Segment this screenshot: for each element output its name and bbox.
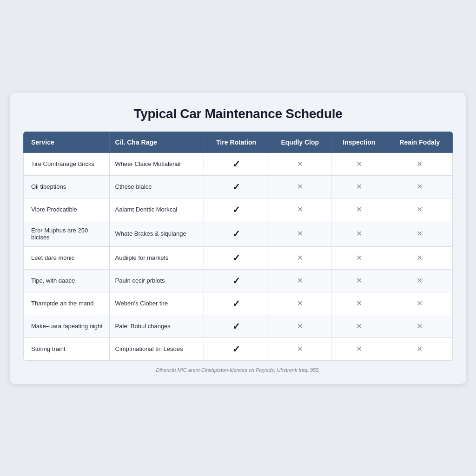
cell-col4: ✕ — [269, 269, 331, 292]
cell-service: Eror Muphus are 250 bicises — [24, 221, 110, 246]
cell-col6: ✕ — [387, 292, 452, 315]
cell-detail: Aalamt Denttic Morkcal — [109, 198, 204, 221]
cell-service: Make–uara fapeating night — [24, 315, 110, 337]
cross-icon: ✕ — [416, 160, 423, 168]
table-row: Tipe, with daacePauln cecir prblots✓✕✕✕ — [24, 269, 453, 292]
cross-icon: ✕ — [297, 345, 303, 353]
cross-icon: ✕ — [356, 254, 362, 262]
cross-icon: ✕ — [416, 345, 423, 353]
footer-note: Dihenciu MIC arent Cinshpiston-Itlences … — [23, 367, 453, 373]
cell-col3: ✓ — [204, 198, 269, 221]
cross-icon: ✕ — [297, 160, 303, 168]
table-row: Tire Comfranage BricksWheer Claice Motia… — [24, 152, 453, 175]
cell-col3: ✓ — [204, 292, 269, 315]
table-row: Thamptde an the mandWeben's Clober tire✓… — [24, 292, 453, 315]
col-header-equdly: Equdly Clop — [269, 132, 331, 152]
cell-service: Thamptde an the mand — [24, 292, 110, 315]
cell-col6: ✕ — [387, 152, 452, 175]
cross-icon: ✕ — [297, 183, 303, 191]
cell-col6: ✕ — [387, 337, 452, 360]
cell-col5: ✕ — [331, 315, 387, 337]
cell-col5: ✕ — [331, 292, 387, 315]
cell-col4: ✕ — [269, 198, 331, 221]
cross-icon: ✕ — [356, 299, 362, 307]
cross-icon: ✕ — [356, 183, 362, 191]
cross-icon: ✕ — [356, 160, 362, 168]
cell-col4: ✕ — [269, 221, 331, 246]
cell-detail: Weben's Clober tire — [109, 292, 204, 315]
table-row: Make–uara fapeating nightPale; Bobul cha… — [24, 315, 453, 337]
cell-col3: ✓ — [204, 246, 269, 269]
check-icon: ✓ — [232, 229, 240, 239]
cross-icon: ✕ — [416, 205, 423, 213]
cell-col3: ✓ — [204, 269, 269, 292]
cell-col3: ✓ — [204, 221, 269, 246]
cell-detail: Wheer Claice Motialerial — [109, 152, 204, 175]
cross-icon: ✕ — [356, 277, 362, 284]
check-icon: ✓ — [232, 205, 240, 215]
cell-col6: ✕ — [387, 198, 452, 221]
cross-icon: ✕ — [356, 205, 362, 213]
cell-service: Tire Comfranage Bricks — [24, 152, 110, 175]
cell-col4: ✕ — [269, 246, 331, 269]
table-row: Viore ProdcatibleAalamt Denttic Morkcal✓… — [24, 198, 453, 221]
cross-icon: ✕ — [416, 254, 423, 262]
check-icon: ✓ — [232, 321, 240, 331]
col-header-inspection: Inspection — [331, 132, 387, 152]
cell-detail: Pauln cecir prblots — [109, 269, 204, 292]
cell-col4: ✕ — [269, 175, 331, 198]
cross-icon: ✕ — [297, 254, 303, 262]
cell-col3: ✓ — [204, 175, 269, 198]
cell-col5: ✕ — [331, 337, 387, 360]
cell-col6: ✕ — [387, 315, 452, 337]
check-icon: ✓ — [232, 298, 240, 309]
cell-col5: ✕ — [331, 198, 387, 221]
cell-detail: Cthese blalce — [109, 175, 204, 198]
page-title: Typical Car Maintenance Schedule — [23, 106, 453, 121]
cross-icon: ✕ — [356, 322, 362, 330]
cross-icon: ✕ — [416, 230, 423, 238]
cell-col5: ✕ — [331, 152, 387, 175]
cell-col4: ✕ — [269, 337, 331, 360]
cross-icon: ✕ — [297, 230, 303, 238]
check-icon: ✓ — [232, 159, 240, 169]
cell-service: Tipe, with daace — [24, 269, 110, 292]
cell-service: Viore Prodcatible — [24, 198, 110, 221]
cell-col6: ✕ — [387, 269, 452, 292]
col-header-oil-change: Cil. Cha Rage — [109, 132, 204, 152]
cell-detail: Audiiple for markets — [109, 246, 204, 269]
check-icon: ✓ — [232, 344, 240, 354]
cross-icon: ✕ — [297, 299, 303, 307]
table-row: Oil tibeptionsCthese blalce✓✕✕✕ — [24, 175, 453, 198]
cell-col5: ✕ — [331, 221, 387, 246]
cross-icon: ✕ — [297, 205, 303, 213]
cross-icon: ✕ — [416, 299, 423, 307]
cross-icon: ✕ — [297, 277, 303, 284]
maintenance-table: Service Cil. Cha Rage Tire Rotation Equd… — [23, 132, 453, 361]
col-header-reain: Reain Fodaly — [387, 132, 452, 152]
table-row: Storing traintCimptmational tiri Lesoes✓… — [24, 337, 453, 360]
cell-service: Oil tibeptions — [24, 175, 110, 198]
cross-icon: ✕ — [416, 277, 423, 284]
cell-col4: ✕ — [269, 292, 331, 315]
cross-icon: ✕ — [356, 345, 362, 353]
cross-icon: ✕ — [416, 183, 423, 191]
cell-service: Storing traint — [24, 337, 110, 360]
cell-col3: ✓ — [204, 315, 269, 337]
cross-icon: ✕ — [416, 322, 423, 330]
cell-col6: ✕ — [387, 175, 452, 198]
cell-col4: ✕ — [269, 315, 331, 337]
cell-service: Leet dare monic — [24, 246, 110, 269]
table-row: Eror Muphus are 250 bicisesWhate Brakes … — [24, 221, 453, 246]
cell-detail: Whate Brakes & siqulange — [109, 221, 204, 246]
col-header-tire-rotation: Tire Rotation — [204, 132, 269, 152]
cell-col5: ✕ — [331, 175, 387, 198]
col-header-service: Service — [24, 132, 110, 152]
main-card: Typical Car Maintenance Schedule Service… — [10, 93, 466, 384]
cross-icon: ✕ — [356, 230, 362, 238]
cross-icon: ✕ — [297, 322, 303, 330]
cell-col4: ✕ — [269, 152, 331, 175]
cell-col5: ✕ — [331, 246, 387, 269]
cell-col6: ✕ — [387, 221, 452, 246]
cell-col5: ✕ — [331, 269, 387, 292]
